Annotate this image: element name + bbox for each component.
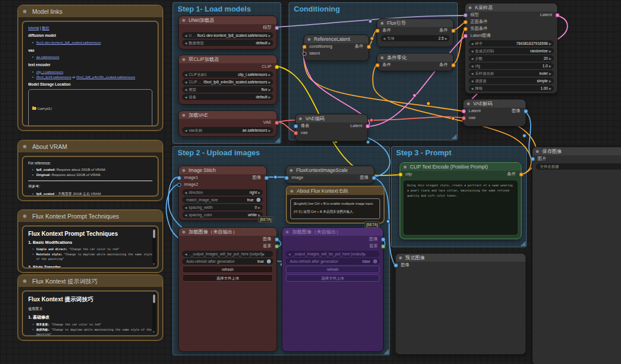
node-about-flux-kontext-edit[interactable]: About Flux Kontext Edit [English] Use Ct… [286,186,385,224]
arrow-right-icon[interactable] [364,251,366,257]
arrow-left-icon[interactable] [185,32,187,39]
arrow-left-icon[interactable] [471,40,473,47]
port-image-output[interactable] [372,176,376,180]
prompt-textarea[interactable]: Using this elegant style, create a portr… [404,181,518,235]
node-vae-decode[interactable]: VAE解码 Latent 图像 vae [463,99,526,127]
node-flux-guidance-title[interactable]: Flux引导 [377,19,453,27]
scrollbar-thumb[interactable] [153,294,155,303]
auto-refresh-toggle[interactable]: Auto-refresh after generationtrue [182,258,273,265]
port-mask-output[interactable] [275,244,279,248]
arrow-right-icon[interactable] [445,35,447,41]
node-flux-kontext-image-scale-title[interactable]: FluxKontextImageScale [286,166,374,174]
node-unet-loader-title[interactable]: UNet加载器 [179,16,277,24]
node-save-image[interactable]: 保存图像 图片 文件名前缀 [532,147,621,364]
widget-combo[interactable]: match_image_sizetrue [182,197,263,203]
panel-prompt-techniques-zh-header[interactable]: Flux Kontext 提示词技巧 [18,275,162,287]
node-conditioning-zero-out-title[interactable]: 条件零化 [377,53,453,62]
node-save-image-title[interactable]: 保存图像 [532,147,621,155]
port-model-output[interactable] [275,26,279,30]
arrow-left-icon[interactable] [185,79,187,85]
refresh-button[interactable]: refresh [286,266,379,273]
node-unet-loader[interactable]: UNet加载器 模型 U …flux1-dev-kontext_fp8_scal… [178,16,277,49]
node-vae-decode-title[interactable]: VAE解码 [463,99,526,108]
node-load-vae-title[interactable]: 加载VAE [179,111,277,119]
widget-combo[interactable]: 采样器名称euler [469,70,554,76]
port-image-output[interactable] [275,237,279,242]
widget-combo[interactable]: 降噪1.00 [469,85,554,91]
arrow-right-icon[interactable] [262,251,264,257]
arrow-right-icon[interactable] [549,40,551,47]
widget-number[interactable]: 引导2.5 [381,35,450,41]
arrow-left-icon[interactable] [185,86,187,93]
panel-prompt-techniques-en-header[interactable]: Flux Kontext Prompt Techniques [18,210,162,222]
arrow-right-icon[interactable] [549,55,551,62]
panel-prompt-techniques-zh[interactable]: Flux Kontext 提示词技巧 Flux Kontext 提示词技巧 使用… [17,274,163,341]
scrollbar[interactable] [152,228,156,266]
node-preview-image-title[interactable]: 预览图像 [396,254,526,262]
arrow-left-icon[interactable] [471,70,473,76]
node-dual-clip-loader-title[interactable]: 双CLIP加载器 [179,55,277,63]
arrow-left-icon[interactable] [185,127,187,133]
node-clip-text-encode-positive[interactable]: CLIP Text Encode (Positive Prompt) clip … [400,162,522,239]
image-path-combo[interactable]: . _output_images_will_be_put_here [outpu… [182,251,273,257]
port-latent-input[interactable] [462,109,466,113]
node-vae-encode-title[interactable]: VAE编码 [296,114,367,122]
port-conditioning-output[interactable] [451,63,455,67]
node-load-image-output-2-title[interactable]: 加载图像（来自输出） [282,228,383,236]
node-graph-canvas[interactable]: Step 1- Load models Conditioning Step 2 … [0,0,621,364]
port-vae-input[interactable] [462,116,466,120]
port-conditioning-output[interactable] [451,29,455,33]
widget-combo[interactable]: 步数20 [469,55,554,62]
node-load-image-output-1-title[interactable]: 加载图像（来自输出） [179,228,277,236]
port-image1-input[interactable] [177,176,181,180]
toggle-knob[interactable] [256,198,260,202]
port-image-output[interactable] [524,109,528,113]
filename-prefix-input[interactable]: 文件名前缀 [536,163,621,170]
arrow-right-icon[interactable] [549,78,551,84]
choose-file-upload-button[interactable]: 选择文件上传 [182,274,273,282]
port-vae-input[interactable] [294,131,298,135]
node-preview-image[interactable]: 预览图像 图像 [395,253,526,355]
widget-combo[interactable]: U …flux1-dev-kontext_fp8_scaled.safetens… [182,32,273,39]
node-dual-clip-loader[interactable]: 双CLIP加载器 CLIP CLIP名称1clip_l.safetensors … [178,55,277,105]
arrow-left-icon[interactable] [471,78,473,84]
clip-l-link[interactable]: clip_l.safetensors [36,70,63,74]
arrow-left-icon[interactable] [185,204,187,210]
widget-combo[interactable]: cfg1.0 [469,63,554,69]
auto-refresh-toggle[interactable]: Auto-refresh after generationfalse [286,258,379,265]
panel-prompt-techniques-en[interactable]: Flux Kontext Prompt Techniques Flux Kont… [17,209,163,273]
port-conditioning-output[interactable] [367,45,371,49]
widget-combo[interactable]: CLIP …t5xxl_fp8_e4m3fn_scaled.safetensor… [182,79,273,85]
arrow-left-icon[interactable] [471,48,473,54]
port-mask-output[interactable] [381,244,385,248]
tutorial-link[interactable]: tutorial [28,26,39,30]
arrow-left-icon[interactable] [185,40,187,46]
arrow-right-icon[interactable] [258,189,260,196]
widget-combo[interactable]: 类型flux [182,86,273,93]
arrow-right-icon[interactable] [269,79,271,85]
node-image-stitch[interactable]: Image Stitch image1 图像 image2 directionr… [178,166,267,221]
t5xxl-fp16-link[interactable]: t5xxl_fp16.safetensors [36,75,71,79]
arrow-right-icon[interactable] [269,127,271,133]
vae-link[interactable]: ae.safetensors [36,55,59,59]
port-pixels-input[interactable] [294,124,298,128]
node-flux-guidance[interactable]: Flux引导 条件 条件 引导2.5 [377,18,454,47]
port-image-output[interactable] [264,176,269,180]
widget-combo[interactable]: 种子784381637916598 [469,40,554,47]
arrow-right-icon[interactable] [549,85,551,91]
panel-about-vram-header[interactable]: About VRAM [18,141,162,152]
port-vae-output[interactable] [275,121,279,125]
arrow-left-icon[interactable] [471,55,473,62]
widget-combo[interactable]: 设备default [182,94,273,100]
port-conditioning-input[interactable] [302,45,306,49]
arrow-left-icon[interactable] [471,85,473,91]
port-latent-output[interactable] [555,13,559,17]
widget-combo[interactable]: 生成后控制randomize [469,48,554,54]
panel-model-links-header[interactable]: Model links [18,6,162,17]
widget-combo[interactable]: spacing_width0 [182,204,263,210]
refresh-button[interactable]: refresh [182,266,273,273]
port-latent-image-input[interactable] [463,34,467,38]
choose-file-upload-button[interactable]: 选择文件上传 [286,274,379,282]
arrow-right-icon[interactable] [269,71,271,78]
node-reference-latent-title[interactable]: ReferenceLatent [304,35,369,43]
